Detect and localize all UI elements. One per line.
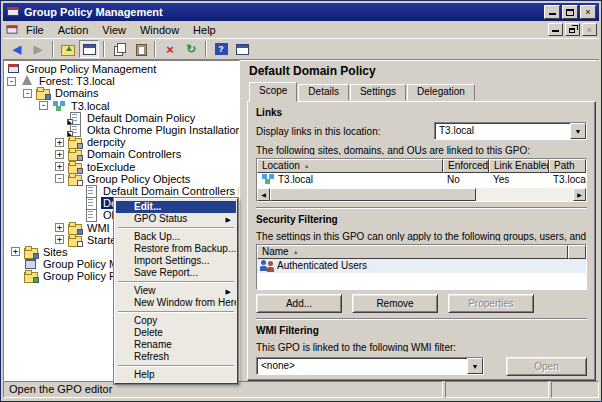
tree-item-label: derpcity	[85, 136, 128, 148]
tree-item-domains[interactable]: - Domains	[4, 87, 239, 99]
toolbar-separator	[52, 41, 54, 57]
chevron-down-icon[interactable]: ▼	[570, 123, 586, 139]
menu-item-help[interactable]: Help	[116, 369, 236, 381]
wmi-filter-combobox[interactable]: <none> ▼	[256, 357, 484, 375]
group-policy-results-icon	[24, 270, 38, 282]
tab-scope[interactable]: Scope	[249, 82, 297, 102]
tab-strip: Scope Details Settings Delegation	[249, 82, 596, 101]
show-action-pane-button[interactable]	[232, 40, 252, 58]
properties-button: Properties	[448, 294, 534, 313]
gpmc-icon	[7, 63, 21, 75]
copy-icon	[113, 43, 126, 55]
display-links-label: Display links in this location:	[256, 126, 434, 137]
mdi-minimize-button[interactable]	[548, 23, 563, 36]
menu-item-refresh[interactable]: Refresh	[116, 351, 236, 363]
menu-separator	[118, 281, 234, 283]
scrollbar-thumb[interactable]	[270, 188, 476, 201]
tree-item-label: Domains	[53, 87, 100, 99]
menu-item-gpo-status[interactable]: GPO Status▶	[116, 213, 236, 225]
horizontal-scrollbar[interactable]: ◀ ▶	[257, 188, 586, 201]
tab-details[interactable]: Details	[298, 84, 349, 101]
console-tree-icon	[83, 44, 96, 55]
forward-icon: ▶	[34, 43, 42, 56]
up-folder-icon	[61, 43, 75, 55]
menu-action[interactable]: Action	[51, 22, 96, 38]
tab-settings[interactable]: Settings	[350, 84, 406, 101]
links-table: Location▲ Enforced Link Enabled Path T3.…	[256, 158, 587, 203]
menu-view[interactable]: View	[95, 22, 133, 38]
expander-icon[interactable]: -	[23, 89, 32, 98]
menu-file[interactable]: File	[19, 22, 51, 38]
menu-item-restore-from-backup[interactable]: Restore from Backup...	[116, 243, 236, 255]
expander-icon[interactable]: +	[55, 138, 64, 147]
menu-item-rename[interactable]: Rename	[116, 339, 236, 351]
submenu-arrow-icon: ▶	[226, 214, 231, 225]
tab-delegation[interactable]: Delegation	[407, 84, 475, 101]
menu-item-back-up[interactable]: Back Up...	[116, 231, 236, 243]
mdi-restore-button[interactable]	[565, 23, 580, 36]
list-item-authenticated-users[interactable]: Authenticated Users	[257, 259, 586, 273]
expander-icon[interactable]: +	[55, 162, 64, 171]
menu-item-save-report[interactable]: Save Report...	[116, 267, 236, 279]
column-header-path[interactable]: Path	[549, 159, 586, 173]
remove-button[interactable]: Remove	[352, 294, 438, 313]
up-one-level-button[interactable]	[58, 40, 78, 58]
minimize-button[interactable]	[544, 5, 560, 19]
domain-icon	[52, 100, 66, 112]
help-button[interactable]: ?	[211, 40, 231, 58]
expander-icon[interactable]: -	[55, 174, 64, 183]
add-button[interactable]: Add...	[256, 294, 342, 313]
menu-item-import-settings[interactable]: Import Settings...	[116, 255, 236, 267]
maximize-button[interactable]	[562, 5, 578, 19]
expander-icon[interactable]: +	[11, 247, 20, 256]
menu-item-delete[interactable]: Delete	[116, 327, 236, 339]
scrollbar-track[interactable]	[270, 188, 573, 201]
scroll-right-icon[interactable]: ▶	[573, 188, 586, 201]
section-divider	[256, 318, 587, 320]
table-row[interactable]: T3.local No Yes T3.local	[257, 173, 586, 186]
tree-item-ou-toexclude[interactable]: + toExclude	[4, 161, 239, 173]
refresh-button[interactable]: ↻	[181, 40, 201, 58]
tree-item-ou-domain-controllers[interactable]: + Domain Controllers	[4, 148, 239, 160]
chevron-down-icon[interactable]: ▼	[467, 358, 483, 374]
scroll-left-icon[interactable]: ◀	[257, 188, 270, 201]
delete-button[interactable]: ×	[160, 40, 180, 58]
display-links-combobox[interactable]: T3.local ▼	[434, 122, 587, 140]
refresh-icon: ↻	[186, 42, 196, 56]
expander-icon[interactable]: -	[7, 77, 16, 86]
show-console-tree-button[interactable]	[79, 40, 99, 58]
expander-icon[interactable]: +	[55, 150, 64, 159]
tree-item-gpo-default-domain-controllers-policy[interactable]: Default Domain Controllers Policy	[4, 185, 239, 197]
menu-item-copy[interactable]: Copy	[116, 315, 236, 327]
menu-help[interactable]: Help	[186, 22, 223, 38]
close-button[interactable]: ×	[580, 5, 596, 19]
help-icon: ?	[215, 43, 228, 55]
column-header-location[interactable]: Location▲	[257, 159, 443, 173]
tree-item-label: Okta Chrome Plugin Installation	[85, 124, 240, 136]
menu-item-new-window-from-here[interactable]: New Window from Here	[116, 297, 236, 309]
tree-item-gpo-link-okta-chrome[interactable]: Okta Chrome Plugin Installation	[4, 124, 239, 136]
tree-item-ou-derpcity[interactable]: + derpcity	[4, 136, 239, 148]
expander-icon[interactable]: +	[55, 223, 64, 232]
menu-bar: File Action View Window Help ×	[3, 21, 599, 39]
users-icon	[260, 260, 274, 272]
paste-button[interactable]	[130, 40, 150, 58]
tree-item-gpo-link-default-domain-policy[interactable]: Default Domain Policy	[4, 112, 239, 124]
tree-item-group-policy-management[interactable]: Group Policy Management	[4, 63, 239, 75]
copy-button[interactable]	[109, 40, 129, 58]
domains-folder-icon	[36, 87, 50, 99]
tree-item-domain-t3local[interactable]: - T3.local	[4, 100, 239, 112]
column-header-name[interactable]: Name▲	[257, 245, 568, 259]
menu-item-view[interactable]: View▶	[116, 285, 236, 297]
sites-folder-icon	[24, 246, 38, 258]
column-header-link-enabled[interactable]: Link Enabled	[489, 159, 549, 173]
menu-item-edit[interactable]: Edit...	[116, 201, 236, 213]
expander-icon[interactable]: +	[55, 235, 64, 244]
back-button[interactable]: ◀	[7, 40, 27, 58]
group-policy-management-window: Group Policy Management × File Action Vi…	[0, 0, 602, 402]
tree-item-group-policy-objects[interactable]: - Group Policy Objects	[4, 173, 239, 185]
expander-icon[interactable]: -	[39, 101, 48, 110]
column-header-enforced[interactable]: Enforced	[443, 159, 489, 173]
tree-item-forest[interactable]: - Forest: T3.local	[4, 75, 239, 87]
menu-window[interactable]: Window	[133, 22, 186, 38]
